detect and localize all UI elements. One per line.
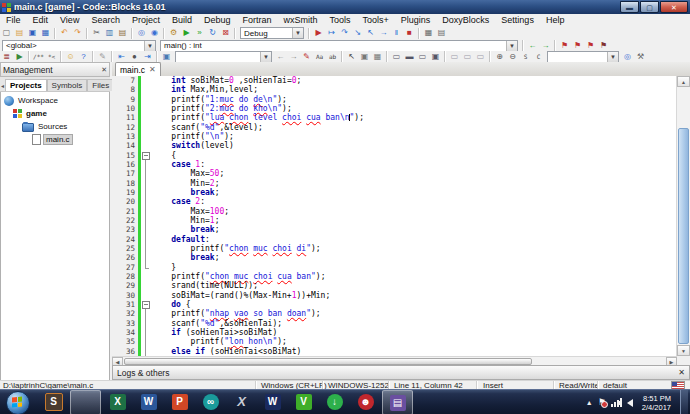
- wx-box-1-icon[interactable]: ▭: [448, 51, 461, 63]
- code-text[interactable]: {: [150, 151, 677, 160]
- match-word-icon[interactable]: ab: [326, 51, 339, 63]
- taskbar-word-icon[interactable]: W: [134, 390, 163, 413]
- menu-file[interactable]: File: [0, 15, 27, 25]
- code-area[interactable]: 7 int soBiMat=0 ,soHienTai=0;8 int Max,M…: [112, 76, 677, 356]
- wx-frame-2-icon[interactable]: ▬: [403, 51, 416, 63]
- line-number[interactable]: 17: [112, 169, 138, 178]
- code-text[interactable]: }: [150, 263, 677, 272]
- code-text[interactable]: printf("1:muc do de\n");: [150, 95, 677, 104]
- code-text[interactable]: printf("chon muc choi di");: [150, 244, 677, 253]
- horizontal-scroll-thumb[interactable]: [124, 358, 532, 365]
- line-number[interactable]: 34: [112, 328, 138, 337]
- next-instruction-icon[interactable]: →: [377, 27, 390, 39]
- fold-margin[interactable]: [141, 225, 150, 234]
- logs-panel-header[interactable]: Logs & others ✕: [112, 365, 690, 380]
- line-number[interactable]: 12: [112, 123, 138, 132]
- menu-wxsmith[interactable]: wxSmith: [278, 15, 324, 25]
- symbol-s-icon[interactable]: S: [519, 51, 532, 63]
- line-number[interactable]: 10: [112, 104, 138, 113]
- fold-margin[interactable]: [141, 291, 150, 300]
- fold-margin[interactable]: [141, 132, 150, 141]
- code-text[interactable]: printf("chon muc choi cua ban");: [150, 272, 677, 281]
- fold-margin[interactable]: [141, 160, 150, 169]
- search-prev-icon[interactable]: ←: [274, 51, 287, 63]
- line-number[interactable]: 32: [112, 309, 138, 318]
- wx-frame-3-icon[interactable]: ▭: [416, 51, 429, 63]
- taskbar-green-app-icon[interactable]: V: [289, 390, 318, 413]
- scroll-up-icon[interactable]: ▲: [677, 76, 690, 87]
- stop-debugger-icon[interactable]: ■: [403, 27, 416, 39]
- rebuild-icon[interactable]: ↻: [206, 27, 219, 39]
- fold-margin[interactable]: [141, 216, 150, 225]
- show-hidden-icons-icon[interactable]: ▲: [586, 399, 593, 406]
- line-number[interactable]: 31: [112, 300, 138, 309]
- taskbar-w-app-icon[interactable]: W: [258, 390, 287, 413]
- code-text[interactable]: Min=2;: [150, 179, 677, 188]
- search-symbol-icon[interactable]: ◎: [621, 51, 634, 63]
- chevron-down-icon[interactable]: ▼: [292, 28, 303, 38]
- fold-margin[interactable]: [141, 113, 150, 122]
- cut-icon[interactable]: ✂: [90, 27, 103, 39]
- wx-box-3-icon[interactable]: ▭: [474, 51, 487, 63]
- vertical-scroll-thumb[interactable]: [678, 128, 689, 344]
- fold-margin[interactable]: [141, 300, 150, 309]
- line-comment-icon[interactable]: *<: [45, 51, 58, 63]
- line-number[interactable]: 22: [112, 216, 138, 225]
- show-desktop-button[interactable]: [680, 390, 688, 414]
- code-text[interactable]: else if (soHienTai<soBiMat): [150, 347, 677, 356]
- settings-wrench-icon[interactable]: ⚒: [634, 51, 647, 63]
- chevron-down-icon[interactable]: ▼: [607, 52, 618, 62]
- symbol-search-combo[interactable]: ▼: [547, 51, 619, 63]
- fold-toggle-icon[interactable]: [142, 301, 150, 309]
- menu-build[interactable]: Build: [166, 15, 198, 25]
- highlight-mode-icon[interactable]: ▣: [160, 51, 173, 63]
- redo-icon[interactable]: ↷: [71, 27, 84, 39]
- tab-projects[interactable]: Projects: [5, 79, 47, 91]
- taskbar-red-app-icon[interactable]: ☻: [351, 390, 380, 413]
- jump-record-icon[interactable]: ●: [128, 51, 141, 63]
- code-text[interactable]: int Max,Min,level;: [150, 85, 677, 94]
- new-file-icon[interactable]: ▢: [0, 27, 13, 39]
- highlight-occurrences-icon[interactable]: ✎: [300, 51, 313, 63]
- tree-item-sources[interactable]: Sources: [1, 120, 109, 133]
- fold-margin[interactable]: [141, 151, 150, 160]
- tab-main-c[interactable]: main.c ✕: [115, 62, 161, 76]
- open-file-icon[interactable]: ▤: [13, 27, 26, 39]
- action-center-flag-icon[interactable]: ⚑: [598, 398, 606, 407]
- fold-margin[interactable]: [141, 272, 150, 281]
- line-number[interactable]: 7: [112, 76, 138, 85]
- taskbar-excel-icon[interactable]: X: [103, 390, 132, 413]
- code-text[interactable]: case 1:: [150, 160, 677, 169]
- line-number[interactable]: 9: [112, 95, 138, 104]
- find-icon[interactable]: ◎: [135, 27, 148, 39]
- fold-margin[interactable]: [141, 76, 150, 85]
- fold-margin[interactable]: [141, 141, 150, 150]
- taskbar-clock[interactable]: 8:51 PM 2/4/2017: [638, 394, 671, 412]
- line-number[interactable]: 13: [112, 132, 138, 141]
- pause-debugger-icon[interactable]: ‖: [390, 27, 403, 39]
- chevron-down-icon[interactable]: ▼: [144, 41, 155, 51]
- fold-margin[interactable]: [141, 85, 150, 94]
- wx-frame-4-icon[interactable]: ▣: [429, 51, 442, 63]
- tree-item-mainc[interactable]: main.c: [1, 133, 109, 146]
- menu-search[interactable]: Search: [85, 15, 126, 25]
- fold-margin[interactable]: [141, 95, 150, 104]
- code-text[interactable]: printf("lua chon level choi cua ban\n");: [150, 113, 677, 122]
- debugging-windows-icon[interactable]: ▦: [422, 27, 435, 39]
- taskbar-teal-app-icon[interactable]: ∞: [196, 390, 225, 413]
- code-text[interactable]: scanf("%d",&soHienTai);: [150, 319, 677, 328]
- wxsmith-icon[interactable]: ☺: [64, 51, 77, 63]
- tab-files[interactable]: Files: [87, 79, 114, 91]
- taskbar-x-app-icon[interactable]: X: [227, 390, 256, 413]
- line-number[interactable]: 36: [112, 347, 138, 356]
- fold-margin[interactable]: [141, 319, 150, 328]
- fold-margin[interactable]: [141, 169, 150, 178]
- fold-margin[interactable]: [141, 179, 150, 188]
- line-number[interactable]: 24: [112, 235, 138, 244]
- build-and-run-icon[interactable]: »: [193, 27, 206, 39]
- menu-settings[interactable]: Settings: [495, 15, 540, 25]
- line-number[interactable]: 15: [112, 151, 138, 160]
- code-text[interactable]: break;: [150, 225, 677, 234]
- taskbar-idm-icon[interactable]: ↓: [320, 390, 349, 413]
- line-number[interactable]: 16: [112, 160, 138, 169]
